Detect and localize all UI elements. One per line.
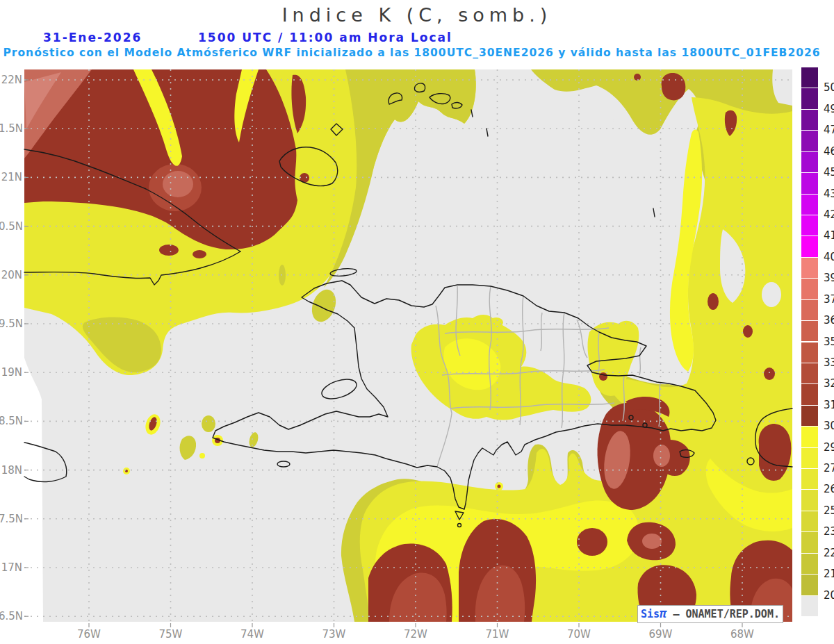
- colorbar-segment: [801, 278, 819, 299]
- colorbar-segment: [801, 468, 819, 490]
- colorbar-label: 31.3: [824, 399, 834, 411]
- lat-label: 1.5N: [0, 122, 22, 135]
- colorbar-segment: [801, 383, 819, 405]
- contour-brick-dot-b: [193, 250, 206, 258]
- colorbar-label: 47.8: [824, 124, 834, 136]
- colorbar-segment: [801, 574, 819, 595]
- contour-brick-lighter-blob: [163, 171, 193, 197]
- colorbar-label: 37.8: [824, 293, 834, 306]
- contour-brick-pr-dot: [708, 293, 719, 310]
- lon-label: 75W: [154, 628, 188, 641]
- colorbar-label: 20: [824, 589, 834, 602]
- contour-yellow-tiburon-b: [202, 415, 215, 432]
- colorbar-label: 25.2: [824, 504, 834, 517]
- colorbar-segment: [801, 130, 819, 151]
- colorbar-label: 42.6: [824, 208, 834, 221]
- contour-gray-pocket-c: [589, 106, 614, 142]
- colorbar-label: 40: [824, 251, 834, 263]
- lat-label: 17N: [0, 561, 22, 574]
- lat-label: 20N: [0, 269, 22, 281]
- lon-label: 76W: [72, 628, 106, 641]
- contour-brick-dot-e: [498, 485, 501, 488]
- colorbar-label: 43.9: [824, 188, 834, 200]
- colorbar-segment: [801, 109, 819, 131]
- contour-brick-bottom-3: [577, 528, 607, 556]
- lon-label: 71W: [480, 628, 515, 641]
- lat-label: 6.5N: [0, 610, 22, 622]
- colorbar-label: 39.1: [824, 272, 834, 284]
- colorbar-label: 29.1: [824, 441, 834, 454]
- colorbar-label: 26.5: [824, 483, 834, 495]
- lon-label: 73W: [317, 628, 352, 641]
- lon-label: 70W: [562, 628, 596, 641]
- colorbar-label: 30: [824, 420, 834, 432]
- lon-label: 72W: [398, 628, 433, 641]
- colorbar-label: 49.1: [824, 103, 834, 115]
- colorbar-segment: [801, 553, 819, 575]
- colorbar-label: 45.2: [824, 166, 834, 179]
- colorbar-segment: [801, 67, 819, 88]
- colorbar-segment: [801, 194, 819, 215]
- lat-label: 21N: [0, 171, 22, 183]
- colorbar-segment: [801, 426, 819, 447]
- contour-salmon-southeast-b: [653, 445, 670, 467]
- colorbar-segment: [801, 172, 819, 194]
- lon-label: 68W: [725, 628, 760, 641]
- attribution-box: Sisπ – ONAMET/REP.DOM.: [637, 605, 783, 623]
- sis-logo: Sis: [641, 608, 660, 620]
- colorbar-label: 41.3: [824, 229, 834, 242]
- colorbar-segment: [801, 215, 819, 236]
- colorbar-segment: [801, 447, 819, 469]
- colorbar-segment: [801, 236, 819, 257]
- contour-yellow-dot-c: [199, 453, 205, 459]
- colorbar-label: 21.3: [824, 568, 834, 580]
- attribution-text: – ONAMET/REP.DOM.: [667, 608, 780, 620]
- colorbar-segment: [801, 88, 819, 109]
- lat-label: 7.5N: [0, 513, 22, 525]
- colorbar-segment: [801, 257, 819, 279]
- colorbar-label: 35.2: [824, 336, 834, 348]
- colorbar-label: 23.9: [824, 525, 834, 538]
- lat-label: 19N: [0, 366, 22, 379]
- colorbar-segment: [801, 342, 819, 363]
- colorbar-label: 22.6: [824, 547, 834, 559]
- colorbar-segment: [801, 363, 819, 384]
- colorbar-segment: [801, 489, 819, 511]
- contour-gray-pocket-b: [762, 282, 781, 307]
- colorbar-segment: [801, 299, 819, 321]
- map-canvas: [0, 0, 834, 644]
- colorbar-segment: [801, 511, 819, 532]
- lat-label: 0.5N: [0, 220, 22, 233]
- colorbar-label: 46.5: [824, 145, 834, 158]
- weather-map-page: Indice K (C, somb.) 31-Ene-2026 1500 UTC…: [0, 0, 834, 644]
- colorbar-segment: [801, 320, 819, 342]
- lat-label: 9.5N: [0, 317, 22, 330]
- contour-brick-eastband-dot: [599, 372, 607, 381]
- colorbar-label: 33.9: [824, 356, 834, 369]
- colorbar-label: 50: [824, 81, 834, 94]
- contour-salmon-bottom-4: [642, 534, 662, 549]
- lat-label: 22N: [0, 74, 22, 86]
- colorbar-segment: [801, 151, 819, 173]
- map-domain-edge: [24, 358, 43, 622]
- lon-label: 69W: [644, 628, 678, 641]
- contour-brick-dot-a: [159, 245, 179, 256]
- lat-label: 8.5N: [0, 415, 22, 427]
- colorbar-label: 32.6: [824, 377, 834, 390]
- pi-logo: π: [660, 606, 667, 620]
- contour-brick-col-dot-b: [764, 368, 775, 380]
- contour-brick-top-b: [662, 73, 686, 100]
- colorbar-label: 36.5: [824, 314, 834, 327]
- lon-label: 74W: [235, 628, 270, 641]
- colorbar-label: 27.8: [824, 462, 834, 474]
- colorbar-segment: [801, 405, 819, 427]
- contour-brick-col-dot-a: [743, 325, 753, 338]
- lat-label: 18N: [0, 464, 22, 477]
- colorbar-segment: [801, 595, 819, 617]
- colorbar-segment: [801, 531, 819, 553]
